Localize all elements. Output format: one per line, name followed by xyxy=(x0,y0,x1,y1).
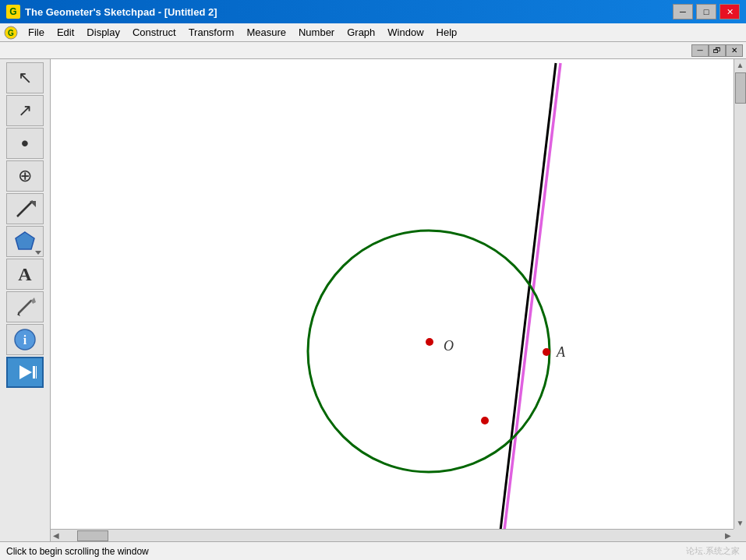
menu-transform[interactable]: Transform xyxy=(182,25,241,40)
main-container: ↖ ↗ • ⊕ A xyxy=(0,59,746,541)
sketch-svg: O A xyxy=(51,59,734,529)
maximize-button[interactable]: □ xyxy=(696,4,716,19)
canvas-area[interactable]: O A xyxy=(51,59,734,529)
svg-line-2 xyxy=(17,201,33,217)
menu-construct[interactable]: Construct xyxy=(126,25,182,40)
svg-rect-11 xyxy=(33,366,35,379)
hscroll-row: ◀ ▶ xyxy=(51,529,746,541)
canvas-wrapper: O A ▲ ▼ ◀ ▶ xyxy=(51,59,746,541)
sub-menu-bar: ─ 🗗 ✕ xyxy=(0,42,746,59)
menu-file[interactable]: File xyxy=(22,25,51,40)
pencil-tool-button[interactable] xyxy=(6,291,44,322)
vertical-scrollbar-thumb[interactable] xyxy=(735,72,746,104)
menu-number[interactable]: Number xyxy=(292,25,341,40)
sub-close-button[interactable]: ✕ xyxy=(726,44,743,57)
svg-text:i: i xyxy=(23,333,27,347)
text-tool-button[interactable]: A xyxy=(6,259,44,290)
svg-marker-4 xyxy=(16,232,34,249)
point-tool-button[interactable]: • xyxy=(6,128,44,159)
horizontal-scrollbar[interactable]: ◀ ▶ xyxy=(51,529,734,541)
circle xyxy=(308,231,550,472)
app-icon: G xyxy=(6,5,20,19)
svg-marker-6 xyxy=(31,298,36,304)
close-button[interactable]: ✕ xyxy=(719,4,740,19)
center-point xyxy=(426,338,433,346)
svg-marker-7 xyxy=(17,313,20,316)
menu-app-icon: G xyxy=(3,25,19,41)
tangent-point xyxy=(543,348,550,356)
svg-text:G: G xyxy=(8,29,14,37)
toolbar: ↖ ↗ • ⊕ A xyxy=(0,59,51,541)
watermark: 论坛.系统之家 xyxy=(686,545,740,557)
sub-minimize-button[interactable]: ─ xyxy=(691,44,709,57)
title-bar: G The Geometer's Sketchpad - [Untitled 2… xyxy=(0,0,746,23)
vertical-scrollbar[interactable]: ▲ ▼ xyxy=(734,59,746,529)
menu-help[interactable]: Help xyxy=(430,25,464,40)
menu-bar: G File Edit Display Construct Transform … xyxy=(0,23,746,42)
animation-tool-button[interactable] xyxy=(6,357,44,388)
center-label: O xyxy=(444,338,454,354)
translate-tool-button[interactable]: ↗ xyxy=(6,95,44,126)
info-tool-button[interactable]: i xyxy=(6,324,44,355)
minimize-button[interactable]: ─ xyxy=(673,4,693,19)
select-tool-button[interactable]: ↖ xyxy=(6,62,44,93)
title-bar-left: G The Geometer's Sketchpad - [Untitled 2… xyxy=(6,5,217,19)
tangent-line-pink xyxy=(504,63,560,529)
svg-rect-12 xyxy=(36,366,37,379)
menu-display[interactable]: Display xyxy=(80,25,126,40)
app-title: The Geometer's Sketchpad - [Untitled 2] xyxy=(25,6,217,18)
canvas-and-scroll: O A ▲ ▼ xyxy=(51,59,746,529)
menu-edit[interactable]: Edit xyxy=(51,25,80,40)
bottom-point xyxy=(481,417,489,424)
scroll-corner xyxy=(734,529,746,541)
svg-marker-10 xyxy=(19,365,32,379)
polygon-tool-button[interactable] xyxy=(6,226,44,257)
line-tool-button[interactable] xyxy=(6,193,44,224)
svg-line-5 xyxy=(19,301,31,313)
compass-tool-button[interactable]: ⊕ xyxy=(6,160,44,192)
tangent-line-black xyxy=(500,63,556,529)
menu-graph[interactable]: Graph xyxy=(341,25,381,40)
tangent-label: A xyxy=(556,344,566,360)
horizontal-scrollbar-thumb[interactable] xyxy=(77,530,108,541)
sub-restore-button[interactable]: 🗗 xyxy=(709,44,726,57)
menu-window[interactable]: Window xyxy=(381,25,430,40)
status-bar: Click to begin scrolling the window 论坛.系… xyxy=(0,541,746,560)
title-bar-buttons: ─ □ ✕ xyxy=(673,4,740,19)
status-message: Click to begin scrolling the window xyxy=(6,546,149,557)
menu-measure[interactable]: Measure xyxy=(240,25,292,40)
